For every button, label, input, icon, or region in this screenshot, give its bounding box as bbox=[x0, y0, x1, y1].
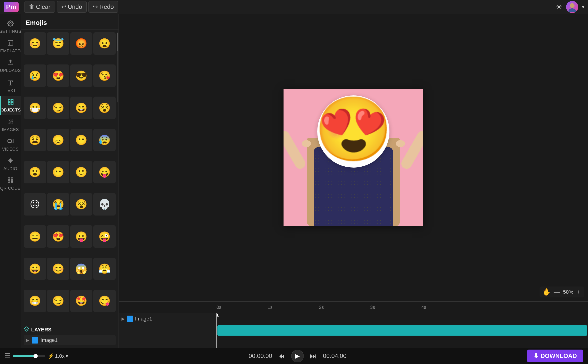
theme-toggle-icon[interactable]: ☀ bbox=[556, 3, 562, 11]
svg-rect-27 bbox=[11, 182, 12, 183]
emoji-cell[interactable]: 😰 bbox=[93, 129, 116, 151]
sidebar-item-objects[interactable]: OBJECTS bbox=[0, 96, 21, 115]
hand-right bbox=[396, 140, 405, 147]
emoji-cell[interactable]: 😤 bbox=[93, 258, 116, 280]
emoji-cell[interactable]: 😐 bbox=[47, 161, 69, 183]
download-label: DOWNLOAD bbox=[541, 352, 577, 360]
uploads-icon bbox=[7, 59, 14, 67]
emoji-cell[interactable]: 😀 bbox=[24, 258, 46, 280]
avatar-image bbox=[568, 2, 577, 12]
emoji-cell[interactable]: 😢 bbox=[24, 65, 46, 87]
sidebar-item-templates[interactable]: TEMPLATES bbox=[0, 37, 21, 56]
emoji-cell[interactable]: 😍 bbox=[47, 225, 69, 248]
skip-to-start-button[interactable]: ⏮ bbox=[277, 351, 287, 361]
track-expand-icon[interactable]: ▶ bbox=[122, 316, 125, 321]
ruler-mark-0s: 0s bbox=[216, 305, 221, 310]
track-color-box bbox=[127, 316, 133, 322]
emoji-cell[interactable]: 😵 bbox=[70, 193, 93, 215]
avatar[interactable] bbox=[566, 1, 578, 13]
emoji-cell[interactable]: 😡 bbox=[70, 32, 93, 55]
emoji-cell[interactable]: 😊 bbox=[47, 258, 69, 280]
playhead-marker bbox=[216, 313, 219, 317]
sidebar-item-text[interactable]: T TEXT bbox=[0, 76, 21, 95]
emoji-panel-header: Emojis bbox=[21, 14, 118, 30]
sidebar-item-settings[interactable]: SETTINGS bbox=[0, 18, 21, 36]
speed-slider[interactable] bbox=[13, 355, 46, 357]
timeline-bar[interactable] bbox=[217, 325, 587, 336]
play-button[interactable]: ▶ bbox=[291, 350, 304, 362]
emoji-cell[interactable]: 😜 bbox=[93, 225, 116, 248]
layer-expand-icon[interactable]: ▶ bbox=[26, 338, 29, 343]
emoji-cell[interactable]: 😵 bbox=[93, 97, 116, 119]
sidebar-item-text-label: TEXT bbox=[5, 88, 16, 93]
scroll-thumb bbox=[117, 32, 118, 51]
emoji-cell[interactable]: 😁 bbox=[24, 290, 46, 312]
svg-rect-26 bbox=[12, 181, 13, 182]
emoji-cell[interactable]: 😞 bbox=[47, 129, 69, 151]
emoji-cell[interactable]: 😶 bbox=[70, 129, 93, 151]
emoji-cell[interactable]: 😎 bbox=[70, 65, 93, 87]
emoji-cell[interactable]: 😏 bbox=[47, 290, 69, 312]
emoji-panel: Emojis 😊😇😡😦😢😍😎😘😷😏😄😵😩😞😶😰😮😐🙂😛☹😭😵💀😑😍😛😜😀😊😱😤😁… bbox=[21, 14, 119, 348]
sidebar-item-videos[interactable]: VIDEOS bbox=[0, 136, 21, 154]
emoji-cell[interactable]: 😭 bbox=[47, 193, 69, 215]
emoji-cell[interactable]: 😦 bbox=[93, 32, 116, 55]
skip-to-end-button[interactable]: ⏭ bbox=[308, 351, 318, 361]
redo-button[interactable]: ↪ Redo bbox=[88, 1, 118, 13]
sidebar-item-qrcode[interactable]: QR CODE bbox=[0, 175, 21, 193]
emoji-cell[interactable]: 😇 bbox=[47, 32, 69, 55]
menu-button[interactable]: ☰ bbox=[5, 352, 11, 360]
emoji-cell[interactable]: 😷 bbox=[24, 97, 46, 119]
hand-left bbox=[302, 140, 311, 147]
sidebar-item-templates-label: TEMPLATES bbox=[0, 49, 23, 53]
track-labels: ▶ Image1 bbox=[119, 313, 216, 348]
layers-icon bbox=[24, 326, 29, 333]
layer-item[interactable]: ▶ Image1 bbox=[24, 335, 116, 345]
emoji-cell[interactable]: 💀 bbox=[93, 193, 116, 215]
emoji-cell[interactable]: 😊 bbox=[24, 32, 46, 55]
sidebar-item-uploads[interactable]: UPLOADS bbox=[0, 57, 21, 75]
emoji-cell[interactable]: 😑 bbox=[24, 225, 46, 248]
undo-label: Undo bbox=[68, 3, 82, 11]
main-layout: SETTINGS TEMPLATES UPLOADS T bbox=[0, 14, 588, 348]
emoji-cell[interactable]: 😏 bbox=[47, 97, 69, 119]
images-icon bbox=[7, 118, 14, 126]
emoji-grid: 😊😇😡😦😢😍😎😘😷😏😄😵😩😞😶😰😮😐🙂😛☹😭😵💀😑😍😛😜😀😊😱😤😁😏🤩😋 bbox=[21, 30, 118, 324]
emoji-cell[interactable]: 🤩 bbox=[70, 290, 93, 312]
emoji-cell[interactable]: 😄 bbox=[70, 97, 93, 119]
emoji-cell[interactable]: 😘 bbox=[93, 65, 116, 87]
canvas-viewport[interactable]: 😍 🖐 — 50% + bbox=[119, 14, 588, 301]
settings-icon bbox=[7, 20, 14, 28]
track-area[interactable] bbox=[216, 313, 588, 348]
emoji-cell[interactable]: 🙂 bbox=[70, 161, 93, 183]
speed-slider-fill bbox=[13, 355, 36, 357]
undo-icon: ↩ bbox=[61, 3, 66, 11]
avatar-chevron-icon[interactable]: ▾ bbox=[582, 4, 584, 10]
speed-value: 1.0x bbox=[55, 353, 65, 359]
emoji-cell[interactable]: 😮 bbox=[24, 161, 46, 183]
emoji-cell[interactable]: ☹ bbox=[24, 193, 46, 215]
ruler-mark-3s: 3s bbox=[370, 305, 375, 310]
emoji-cell[interactable]: 😍 bbox=[47, 65, 69, 87]
redo-label: Redo bbox=[99, 3, 114, 11]
clear-button[interactable]: 🗑 Clear bbox=[24, 1, 55, 13]
download-button[interactable]: ⬇ DOWNLOAD bbox=[527, 350, 583, 362]
svg-rect-25 bbox=[11, 181, 12, 182]
undo-button[interactable]: ↩ Undo bbox=[57, 1, 87, 13]
hand-tool-icon[interactable]: 🖐 bbox=[542, 288, 550, 296]
emoji-cell[interactable]: 😛 bbox=[70, 225, 93, 248]
sidebar-item-audio[interactable]: AUDIO bbox=[0, 155, 21, 174]
redo-icon: ↪ bbox=[93, 3, 98, 11]
left-nav: SETTINGS TEMPLATES UPLOADS T bbox=[0, 14, 21, 348]
emoji-cell[interactable]: 😩 bbox=[24, 129, 46, 151]
emoji-cell[interactable]: 😋 bbox=[93, 290, 116, 312]
speed-label[interactable]: ⚡ 1.0x ▾ bbox=[48, 353, 68, 359]
zoom-level-display: 50% bbox=[563, 289, 573, 295]
timeline: 0s 1s 2s 3s 4s ▶ Image1 bbox=[119, 301, 588, 348]
emoji-cell[interactable]: 😛 bbox=[93, 161, 116, 183]
zoom-out-button[interactable]: — bbox=[552, 288, 561, 296]
bottom-bar: ☰ ⚡ 1.0x ▾ 00:00:00 ⏮ ▶ ⏭ 00:04:00 ⬇ DOW… bbox=[0, 348, 588, 364]
sidebar-item-images[interactable]: IMAGES bbox=[0, 116, 21, 135]
zoom-in-button[interactable]: + bbox=[575, 288, 581, 296]
emoji-cell[interactable]: 😱 bbox=[70, 258, 93, 280]
